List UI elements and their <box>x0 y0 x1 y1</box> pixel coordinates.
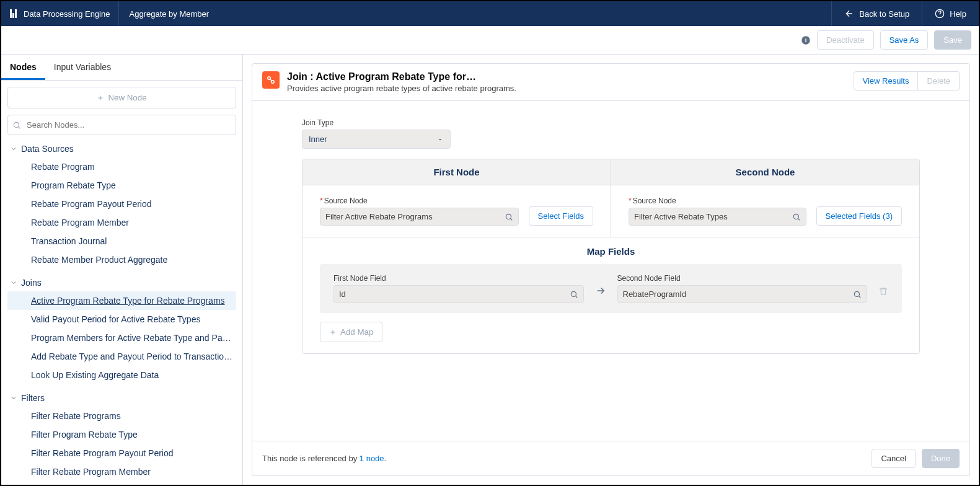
map-row: First Node Field Second Node Field <box>320 264 902 313</box>
select-fields-button[interactable]: Select Fields <box>529 206 593 226</box>
search-icon <box>12 121 21 130</box>
done-button[interactable]: Done <box>922 449 960 468</box>
cancel-button[interactable]: Cancel <box>872 449 915 468</box>
second-field-label: Second Node Field <box>617 274 868 283</box>
tree-group-data-sources[interactable]: Data Sources <box>7 140 236 157</box>
topbar: Data Processing Engine Aggregate by Memb… <box>1 1 979 26</box>
tree-item[interactable]: Filter Program Rebate Type <box>7 425 236 444</box>
caret-down-icon <box>436 136 444 143</box>
info-icon: i <box>801 35 811 45</box>
tree-group-filters[interactable]: Filters <box>7 389 236 407</box>
first-field-lookup[interactable] <box>333 285 584 303</box>
panel-body: Join Type Inner First Node Second Node *… <box>252 101 970 441</box>
selected-fields-button[interactable]: Selected Fields (3) <box>816 206 902 226</box>
search-icon <box>853 290 862 299</box>
save-as-button[interactable]: Save As <box>880 30 929 50</box>
svg-point-3 <box>14 122 19 127</box>
panel-footer: This node is referenced by 1 node. Cance… <box>252 441 970 476</box>
panel-title: Join : Active Program Rebate Type for… <box>287 71 846 82</box>
plus-icon <box>329 329 337 336</box>
tree-item[interactable]: Program Members for Active Rebate Type a… <box>7 329 236 347</box>
sidebar: Nodes Input Variables New Node Data Sour… <box>1 55 243 485</box>
reference-text: This node is referenced by 1 node. <box>262 454 872 463</box>
second-source-label: *Source Node <box>629 197 806 205</box>
tree-item[interactable]: Filter Rebate Programs <box>7 407 236 425</box>
join-config: First Node Second Node *Source Node Sele… <box>302 159 920 354</box>
second-field-lookup[interactable] <box>617 285 868 303</box>
save-button[interactable]: Save <box>934 30 971 50</box>
tree-item[interactable]: Rebate Program Payout Period <box>7 195 236 213</box>
panel-subtitle: Provides active program rebate types of … <box>287 84 846 93</box>
first-field-label: First Node Field <box>333 274 584 283</box>
arrow-right-icon <box>595 285 606 303</box>
search-icon <box>570 290 578 299</box>
app-brand: Data Processing Engine <box>1 1 119 26</box>
second-node-header: Second Node <box>611 159 919 185</box>
help-link[interactable]: Help <box>922 1 979 26</box>
tree-item[interactable]: Filter Rebate Program Payout Period <box>7 444 236 462</box>
search-icon <box>505 213 513 221</box>
first-node-header: First Node <box>302 159 611 185</box>
sidebar-tabs: Nodes Input Variables <box>1 55 242 81</box>
svg-point-7 <box>793 214 798 219</box>
tree-item[interactable]: Rebate Member Product Aggregate <box>7 250 236 269</box>
tree-item[interactable]: Active Program Rebate Type for Rebate Pr… <box>7 291 236 310</box>
tree-group-joins[interactable]: Joins <box>7 274 236 291</box>
search-nodes-input[interactable] <box>7 115 236 135</box>
svg-point-8 <box>571 291 576 296</box>
tree-item[interactable]: Rebate Program <box>7 157 236 176</box>
svg-point-6 <box>506 214 511 219</box>
tree-item[interactable]: Add Rebate Type and Payout Period to Tra… <box>7 347 236 366</box>
view-results-button[interactable]: View Results <box>854 71 919 91</box>
tab-input-variables[interactable]: Input Variables <box>45 55 120 80</box>
join-type-select[interactable]: Inner <box>302 130 451 149</box>
app-name: Data Processing Engine <box>24 9 110 19</box>
app-icon <box>10 9 19 18</box>
deactivate-button[interactable]: Deactivate <box>817 30 873 50</box>
map-fields-title: Map Fields <box>320 246 902 257</box>
map-fields-section: Map Fields First Node Field <box>302 237 919 353</box>
arrow-left-icon <box>844 9 854 19</box>
second-source-lookup[interactable] <box>629 208 806 226</box>
tree-item[interactable]: Look Up Existing Aggregate Data <box>7 366 236 384</box>
add-map-button[interactable]: Add Map <box>320 322 382 342</box>
svg-text:i: i <box>805 37 807 43</box>
join-node-icon <box>262 71 280 89</box>
first-source-lookup[interactable] <box>320 208 519 226</box>
plus-icon <box>97 94 104 102</box>
tree-item[interactable]: Valid Payout Period for Active Rebate Ty… <box>7 310 236 329</box>
first-source-label: *Source Node <box>320 197 519 205</box>
delete-map-button[interactable] <box>878 286 888 303</box>
tree-item[interactable]: Program Rebate Type <box>7 176 236 195</box>
chevron-down-icon <box>10 279 17 286</box>
action-bar: i Deactivate Save As Save <box>1 26 979 55</box>
chevron-down-icon <box>10 394 17 402</box>
page-title: Aggregate by Member <box>119 9 219 19</box>
content: Join : Active Program Rebate Type for… P… <box>243 55 979 485</box>
search-nodes-wrap <box>7 115 236 135</box>
back-to-setup-link[interactable]: Back to Setup <box>831 1 922 26</box>
help-icon <box>935 9 945 19</box>
delete-button[interactable]: Delete <box>918 71 960 91</box>
tree-item[interactable]: Filter Rebate Program Member <box>7 462 236 481</box>
join-type-label: Join Type <box>302 118 920 127</box>
tree-item[interactable]: Transaction Journal <box>7 232 236 250</box>
svg-point-9 <box>854 291 859 296</box>
trash-icon <box>878 286 888 296</box>
panel-header: Join : Active Program Rebate Type for… P… <box>252 63 970 101</box>
reference-link[interactable]: 1 node. <box>360 454 386 463</box>
tab-nodes[interactable]: Nodes <box>1 55 45 80</box>
chevron-down-icon <box>10 145 17 152</box>
new-node-button[interactable]: New Node <box>7 87 236 108</box>
search-icon <box>792 213 801 221</box>
tree-item[interactable]: Rebate Program Member <box>7 213 236 232</box>
